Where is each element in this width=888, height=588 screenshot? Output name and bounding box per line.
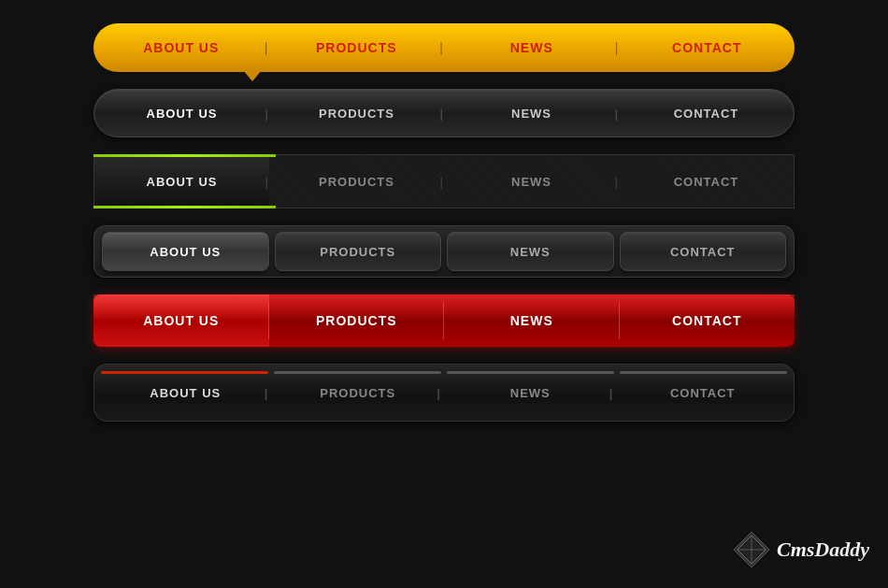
nav6-about[interactable]: ABOUT US <box>102 370 269 415</box>
navbar-indicator-wrapper: ABOUT US PRODUCTS NEWS CONTACT <box>93 364 795 422</box>
nav1-contact[interactable]: CONTACT <box>620 40 795 55</box>
nav6-ind-4 <box>620 371 787 374</box>
cms-logo-text: CmsDaddy <box>777 538 869 562</box>
nav6-contact[interactable]: CONTACT <box>620 370 787 415</box>
nav3-green-top <box>93 154 276 157</box>
cms-logo: CmsDaddy <box>732 530 869 569</box>
navbar-pill-buttons: ABOUT US PRODUCTS NEWS CONTACT <box>93 225 795 278</box>
nav6-news[interactable]: NEWS <box>447 370 614 415</box>
nav5-about[interactable]: ABOUT US <box>93 294 269 347</box>
navbar-textured: ABOUT US PRODUCTS NEWS CONTACT <box>93 154 795 208</box>
nav6-ind-1 <box>101 371 268 374</box>
nav3-news[interactable]: NEWS <box>444 155 619 208</box>
nav5-news[interactable]: NEWS <box>444 294 620 347</box>
nav1-news[interactable]: NEWS <box>444 40 620 55</box>
nav4-about[interactable]: ABOUT US <box>102 232 269 271</box>
navbar-red-wrapper: ABOUT US PRODUCTS NEWS CONTACT <box>93 294 795 347</box>
nav3-green-bottom <box>93 206 276 208</box>
nav2-contact[interactable]: CONTACT <box>619 107 794 121</box>
nav2-products[interactable]: PRODUCTS <box>269 107 444 121</box>
navbar-red: ABOUT US PRODUCTS NEWS CONTACT <box>93 294 795 347</box>
nav6-indicators <box>93 371 795 374</box>
nav4-products[interactable]: PRODUCTS <box>275 232 442 271</box>
nav2-about[interactable]: ABOUT US <box>94 107 269 121</box>
nav6-products[interactable]: PRODUCTS <box>275 370 442 415</box>
nav3-products[interactable]: PRODUCTS <box>269 155 444 208</box>
navbar-gold: ABOUT US PRODUCTS NEWS CONTACT <box>93 23 795 72</box>
nav3-contact[interactable]: CONTACT <box>619 155 794 208</box>
navbar-textured-wrapper: ABOUT US PRODUCTS NEWS CONTACT <box>93 154 795 208</box>
nav6-ind-3 <box>447 371 614 374</box>
nav5-products[interactable]: PRODUCTS <box>269 294 445 347</box>
nav1-about[interactable]: ABOUT US <box>93 40 269 55</box>
nav5-contact[interactable]: CONTACT <box>620 294 795 347</box>
nav3-about[interactable]: ABOUT US <box>94 155 269 208</box>
nav1-products[interactable]: PRODUCTS <box>269 40 445 55</box>
navbar-dark-rounded: ABOUT US PRODUCTS NEWS CONTACT <box>93 89 795 137</box>
cms-diamond-icon <box>732 530 771 569</box>
nav4-contact[interactable]: CONTACT <box>620 232 787 271</box>
nav4-news[interactable]: NEWS <box>447 232 614 271</box>
nav6-ind-2 <box>274 371 441 374</box>
nav2-news[interactable]: NEWS <box>444 107 619 121</box>
